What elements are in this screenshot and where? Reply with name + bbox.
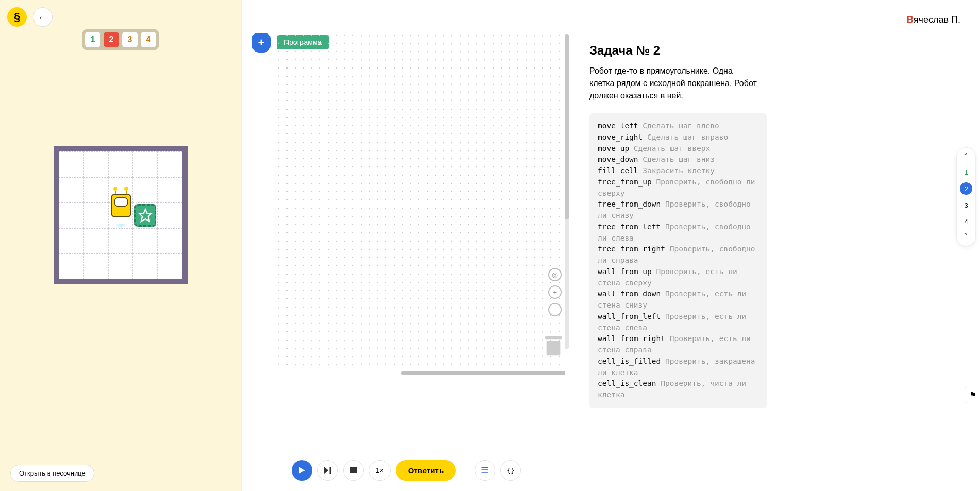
report-button[interactable]: ⚑	[965, 386, 980, 403]
nav-down-button[interactable]: ˅	[964, 232, 968, 242]
command-entry: wall_from_down Проверить, есть ли стена …	[598, 289, 758, 311]
username[interactable]: Вячеслав П.	[907, 14, 960, 25]
horizontal-scrollbar[interactable]	[401, 371, 565, 375]
command-entry: cell_is_clean Проверить, чиста ли клетка	[598, 378, 758, 401]
answer-button[interactable]: Ответить	[396, 460, 456, 481]
command-entry: fill_cell Закрасить клетку	[598, 165, 758, 177]
step-tabs: 1 2 3 4	[82, 29, 159, 50]
pan-controls: ◎ + −	[548, 268, 562, 316]
trash-icon[interactable]	[545, 336, 562, 357]
command-name: cell_is_clean	[598, 379, 661, 387]
username-rest: ячеслав П.	[914, 14, 960, 25]
block-workspace[interactable]	[275, 31, 564, 366]
command-entry: free_from_left Проверить, свободно ли сл…	[598, 222, 758, 244]
command-entry: move_left Сделать шаг влево	[598, 121, 758, 132]
command-hint: Сделать шаг вниз	[643, 155, 715, 163]
target-icon: ◎	[552, 270, 558, 279]
command-name: wall_from_left	[598, 312, 665, 320]
command-entry: wall_from_left Проверить, есть ли стена …	[598, 311, 758, 334]
logo-glyph: §	[14, 10, 20, 24]
stop-button[interactable]	[343, 460, 364, 481]
command-name: free_from_right	[598, 245, 670, 253]
target-cell-icon	[134, 204, 156, 227]
play-icon	[298, 467, 306, 474]
nav-task-3[interactable]: 3	[960, 199, 972, 211]
command-name: cell_is_filled	[598, 357, 665, 365]
command-name: move_up	[598, 144, 634, 153]
minus-icon: −	[553, 306, 557, 314]
command-entry: wall_from_right Проверить, есть ли стена…	[598, 333, 758, 356]
command-entry: move_down Сделать шаг вниз	[598, 154, 758, 165]
nav-task-1[interactable]: 1	[960, 166, 972, 178]
command-name: wall_from_down	[598, 290, 665, 298]
chevron-down-icon: ˅	[964, 232, 968, 241]
arrow-left-icon: ←	[38, 11, 48, 23]
command-entry: cell_is_filled Проверить, закрашена ли к…	[598, 356, 758, 379]
svg-rect-5	[329, 467, 331, 474]
svg-marker-3	[299, 467, 305, 474]
step-forward-icon	[324, 467, 331, 474]
svg-marker-4	[324, 467, 328, 474]
command-name: fill_cell	[598, 166, 643, 175]
play-button[interactable]	[292, 460, 312, 481]
nav-up-button[interactable]: ˄	[964, 152, 968, 162]
stop-icon	[350, 467, 357, 473]
plus-icon: +	[553, 288, 557, 296]
task-title: Задача № 2	[589, 43, 961, 58]
task-panel: Вячеслав П. Задача № 2 Робот где-то в пр…	[571, 0, 980, 491]
step-tab-3[interactable]: 3	[122, 32, 138, 47]
chevron-up-icon: ˄	[964, 153, 968, 161]
left-panel: § ← 1 2 3 4	[0, 0, 241, 491]
side-task-nav: ˄ 1 2 3 4 ˅	[956, 147, 976, 246]
center-view-button[interactable]: ◎	[548, 268, 562, 281]
command-entry: free_from_up Проверить, свободно ли свер…	[598, 177, 758, 199]
command-name: free_from_up	[598, 178, 656, 186]
logo-button[interactable]: §	[7, 7, 27, 27]
list-icon: ☰	[481, 465, 489, 476]
command-name: move_down	[598, 155, 643, 163]
command-hint: Сделать шаг влево	[643, 122, 719, 130]
step-tab-4[interactable]: 4	[141, 32, 156, 47]
svg-rect-2	[545, 336, 562, 339]
braces-icon: {}	[506, 467, 515, 475]
command-entry: wall_from_up Проверить, есть ли стена св…	[598, 266, 758, 289]
open-sandbox-button[interactable]: Открыть в песочнице	[10, 465, 94, 482]
plus-icon: +	[258, 36, 265, 49]
command-entry: move_up Сделать шаг вверх	[598, 143, 758, 155]
command-entry: move_right Сделать шаг вправо	[598, 132, 758, 143]
robot-icon	[111, 194, 131, 224]
zoom-out-button[interactable]: −	[548, 303, 562, 316]
back-button[interactable]: ←	[33, 7, 53, 27]
svg-rect-6	[350, 467, 357, 473]
speed-selector[interactable]: 1×	[369, 460, 391, 481]
robot-grid	[54, 146, 188, 284]
commands-reference: move_left Сделать шаг влевоmove_right Сд…	[589, 113, 767, 408]
command-name: free_from_down	[598, 200, 665, 208]
workspace-panel: + Программа ◎ + − 1× Ответить ☰ {}	[241, 0, 571, 491]
command-hint: Сделать шаг вправо	[647, 133, 728, 141]
command-hint: Сделать шаг вверх	[634, 144, 710, 153]
view-mode-button[interactable]: ☰	[475, 460, 495, 481]
svg-rect-1	[547, 341, 561, 355]
username-first-char: В	[907, 14, 914, 25]
command-name: free_from_left	[598, 223, 665, 231]
task-description: Робот где-то в прямоугольнике. Одна клет…	[589, 65, 759, 102]
command-name: move_left	[598, 122, 643, 130]
command-name: wall_from_up	[598, 267, 656, 276]
command-name: move_right	[598, 133, 647, 141]
nav-task-2[interactable]: 2	[960, 182, 972, 195]
vertical-scrollbar[interactable]	[565, 34, 569, 349]
flag-icon: ⚑	[969, 390, 976, 400]
command-name: wall_from_right	[598, 334, 670, 343]
command-entry: free_from_down Проверить, свободно ли сн…	[598, 199, 758, 222]
svg-marker-0	[139, 209, 151, 221]
zoom-in-button[interactable]: +	[548, 285, 562, 299]
add-block-button[interactable]: +	[252, 33, 271, 53]
command-entry: free_from_right Проверить, свободно ли с…	[598, 244, 758, 266]
code-mode-button[interactable]: {}	[500, 460, 521, 481]
step-tab-2[interactable]: 2	[104, 32, 119, 47]
nav-task-4[interactable]: 4	[960, 215, 972, 228]
command-hint: Закрасить клетку	[643, 166, 715, 175]
step-button[interactable]	[317, 460, 338, 481]
step-tab-1[interactable]: 1	[85, 32, 100, 47]
